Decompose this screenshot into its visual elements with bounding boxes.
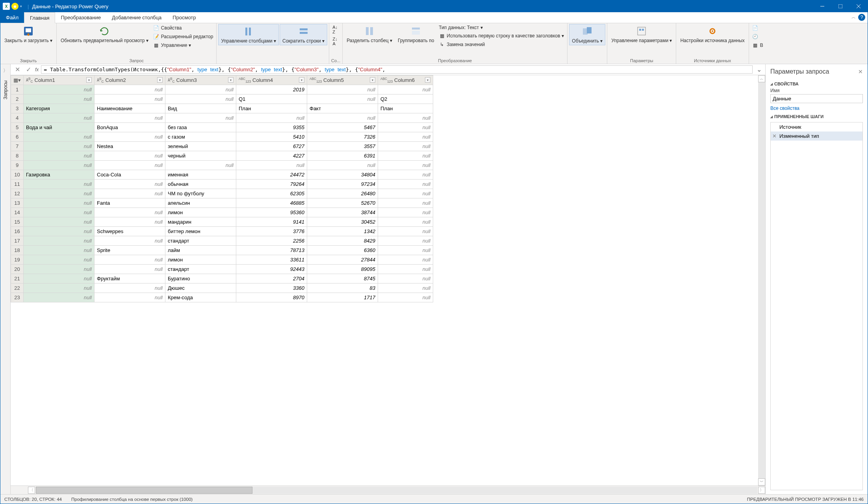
cell[interactable]: 2256 — [236, 236, 307, 246]
cell[interactable]: null — [378, 142, 433, 151]
cell[interactable]: ЧМ по футболу — [165, 189, 236, 198]
cell[interactable]: 33611 — [236, 255, 307, 265]
cell[interactable]: null — [24, 293, 95, 302]
cell[interactable]: BonAqua — [95, 123, 165, 132]
cell[interactable]: null — [378, 246, 433, 255]
cell[interactable]: Fanta — [95, 198, 165, 208]
cell[interactable]: null — [378, 255, 433, 265]
cell[interactable]: null — [95, 94, 165, 104]
sort-asc-button[interactable]: A↓Z — [331, 24, 339, 35]
cell[interactable]: 6727 — [236, 142, 307, 151]
cell[interactable]: Крем-сода — [165, 293, 236, 302]
table-row[interactable]: 7nullNesteaзеленый67273557null — [11, 142, 433, 151]
cell[interactable]: null — [165, 94, 236, 104]
cell[interactable]: null — [24, 236, 95, 246]
cell[interactable]: null — [95, 217, 165, 227]
cell[interactable]: null — [24, 85, 95, 94]
fx-icon[interactable]: fx — [35, 67, 39, 72]
table-row[interactable]: 15nullnullмандарин914130452null — [11, 217, 433, 227]
cell[interactable]: 3360 — [236, 284, 307, 293]
row-number[interactable]: 22 — [11, 284, 24, 293]
cell[interactable]: 1717 — [307, 293, 378, 302]
horizontal-scrollbar[interactable]: 〈 〉 — [11, 485, 765, 494]
cell[interactable]: 7326 — [307, 132, 378, 142]
collapse-ribbon-icon[interactable]: ︿ — [851, 12, 858, 23]
cell[interactable]: null — [236, 161, 307, 170]
row-number[interactable]: 11 — [11, 180, 24, 189]
cell[interactable]: null — [378, 265, 433, 274]
filter-icon[interactable]: ▾ — [228, 77, 234, 83]
cell[interactable]: null — [378, 189, 433, 198]
cell[interactable]: 26480 — [307, 189, 378, 198]
accept-formula-button[interactable]: ✓ — [24, 66, 33, 74]
row-number[interactable]: 3 — [11, 104, 24, 113]
cell[interactable]: Q2 — [378, 94, 433, 104]
tab-home[interactable]: Главная — [24, 12, 55, 23]
cell[interactable]: null — [24, 151, 95, 161]
table-row[interactable]: 21nullФруктаймБуратино27048745null — [11, 274, 433, 284]
cell[interactable]: без газа — [165, 123, 236, 132]
row-number[interactable]: 1 — [11, 85, 24, 94]
cell[interactable]: 2019 — [236, 85, 307, 94]
cell[interactable]: Категория — [24, 104, 95, 113]
cell[interactable]: 92443 — [236, 265, 307, 274]
cell[interactable]: 83 — [307, 284, 378, 293]
row-number[interactable]: 23 — [11, 293, 24, 302]
qat-dropdown-icon[interactable]: ▾ — [20, 4, 22, 8]
use-first-row-button[interactable]: ▦Использовать первую строку в качестве з… — [437, 32, 566, 40]
cell[interactable]: null — [378, 217, 433, 227]
cell[interactable]: null — [378, 227, 433, 236]
row-number[interactable]: 7 — [11, 142, 24, 151]
table-row[interactable]: 3КатегорияНаименованиеВидПланФактПлан — [11, 104, 433, 113]
filter-icon[interactable]: ▾ — [157, 77, 163, 83]
cell[interactable]: 89095 — [307, 265, 378, 274]
table-row[interactable]: 4nullnullnullnullnullnull — [11, 113, 433, 123]
cell[interactable]: null — [95, 113, 165, 123]
cell[interactable]: 1342 — [307, 227, 378, 236]
cell[interactable]: null — [24, 132, 95, 142]
table-row[interactable]: 23nullnullКрем-сода89701717null — [11, 293, 433, 302]
cell[interactable]: Буратино — [165, 274, 236, 284]
column-header[interactable]: ABCColumn1▾ — [24, 76, 95, 85]
recent-sources-button[interactable]: 🕘 — [751, 33, 765, 41]
table-row[interactable]: 19nullnullлимон3361127844null — [11, 255, 433, 265]
row-number[interactable]: 16 — [11, 227, 24, 236]
column-header[interactable]: ABC123Column5▾ — [307, 76, 378, 85]
cell[interactable]: 8745 — [307, 274, 378, 284]
cell[interactable]: null — [95, 189, 165, 198]
row-number[interactable]: 21 — [11, 274, 24, 284]
row-number[interactable]: 6 — [11, 132, 24, 142]
cell[interactable]: 30452 — [307, 217, 378, 227]
cell[interactable]: null — [95, 284, 165, 293]
applied-step[interactable]: ✕Источник — [771, 122, 862, 132]
cell[interactable]: null — [24, 161, 95, 170]
cell[interactable]: null — [378, 236, 433, 246]
formula-input[interactable]: = Table.TransformColumnTypes(Источник,{{… — [41, 65, 753, 74]
column-header[interactable]: ABC123Column4▾ — [236, 76, 307, 85]
delete-step-icon[interactable]: ✕ — [772, 133, 777, 139]
cell[interactable]: null — [95, 208, 165, 217]
cell[interactable]: null — [24, 217, 95, 227]
cell[interactable]: 79264 — [236, 180, 307, 189]
cell[interactable]: null — [307, 85, 378, 94]
cell[interactable]: null — [24, 265, 95, 274]
cell[interactable]: null — [307, 161, 378, 170]
cell[interactable]: null — [95, 151, 165, 161]
query-name-input[interactable] — [770, 94, 863, 103]
cell[interactable]: 27844 — [307, 255, 378, 265]
cell[interactable]: Вода и чай — [24, 123, 95, 132]
tab-view[interactable]: Просмотр — [167, 12, 201, 23]
cell[interactable]: null — [24, 142, 95, 151]
smiley-icon[interactable]: ☻ — [11, 3, 19, 10]
column-header[interactable]: ABC123Column6▾ — [378, 76, 433, 85]
expand-formula-button[interactable]: ⌄ — [755, 66, 763, 73]
cell[interactable]: 5410 — [236, 132, 307, 142]
close-settings-button[interactable]: ✕ — [858, 69, 863, 75]
cell[interactable]: 8970 — [236, 293, 307, 302]
cell[interactable]: null — [24, 94, 95, 104]
cell[interactable]: зеленый — [165, 142, 236, 151]
cell[interactable]: null — [95, 236, 165, 246]
sort-desc-button[interactable]: Z↓A — [331, 36, 339, 47]
close-and-load-button[interactable]: Закрыть и загрузить ▾ — [2, 24, 55, 44]
cell[interactable]: null — [95, 255, 165, 265]
